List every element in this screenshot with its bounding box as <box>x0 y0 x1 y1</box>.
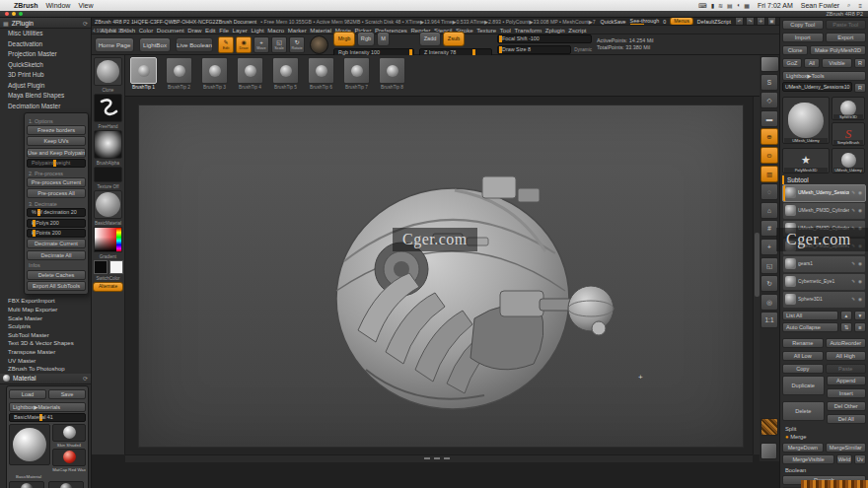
actual-size-icon[interactable]: 1:1 <box>760 312 778 328</box>
zplugin-header[interactable]: ▦ ZPlugin ⟳ <box>0 18 91 29</box>
persp-icon[interactable]: ◇ <box>760 92 778 108</box>
subtool-visibility-eye-icon[interactable]: ◉ <box>858 297 863 302</box>
copy-tool-button[interactable]: Copy Tool <box>782 20 824 30</box>
preprocess-current-button[interactable]: Pre-process Current <box>27 177 86 187</box>
subtool-edit-icons[interactable]: ✎ <box>851 297 856 302</box>
brush-tip[interactable]: BrushTip 8 <box>376 57 408 94</box>
import-button[interactable]: Import <box>782 33 824 42</box>
rgb-button[interactable]: Rgb <box>357 32 375 46</box>
zplugin-menu-item[interactable]: Maya Blend Shapes <box>0 91 91 102</box>
zadd-button[interactable]: Zadd <box>419 32 441 46</box>
palette-menu-item[interactable]: Zplugin <box>545 27 565 34</box>
brush-tip[interactable]: BrushTip 6 <box>305 57 337 94</box>
hue-strip[interactable] <box>116 228 121 251</box>
zplugin-menu-item[interactable]: 3D Print Hub <box>0 70 91 81</box>
umesh-tool-thumbnail[interactable]: UMesh_Udemy <box>832 148 865 174</box>
menubar-user[interactable]: Sean Fowler <box>801 2 839 9</box>
current-brush-thumbnail[interactable] <box>94 57 122 86</box>
zplugin-menu-item[interactable]: FBX ExportImport <box>0 297 91 306</box>
palette-menu-item[interactable]: Material <box>310 27 331 34</box>
palette-menu-item[interactable]: Light <box>251 27 263 34</box>
copy-subtool-button[interactable]: Copy <box>782 364 824 374</box>
lock-icon[interactable]: ▣ <box>767 18 776 26</box>
scale-icon[interactable]: ◱ Scale <box>271 36 287 53</box>
minimize-window-button[interactable] <box>12 12 16 16</box>
subtool-up-button[interactable]: ▴ <box>840 311 852 320</box>
goz-r-button[interactable]: R <box>854 58 866 68</box>
zplugin-menu-item[interactable]: Transpose Master <box>0 348 91 357</box>
subtool-visibility-eye-icon[interactable]: ◉ <box>858 208 863 213</box>
refresh-circle-icon[interactable]: ⟳ <box>83 375 88 382</box>
append-button[interactable]: Append <box>827 376 867 385</box>
polymesh3d-tool-thumbnail[interactable]: ★ PolyMesh3D <box>782 148 830 174</box>
mergevisible-button[interactable]: MergeVisible <box>782 454 834 464</box>
keyboard-icon[interactable]: ⌨ <box>698 2 707 9</box>
subtool-row[interactable]: UMesh_PM3D_Cylinder3D2 ✎ ◉ <box>782 202 866 219</box>
brush-tip[interactable]: BrushTip 1 <box>127 57 160 94</box>
zplugin-menu-item[interactable]: Scale Master <box>0 314 91 323</box>
undo-icon[interactable]: ↶ <box>735 18 744 26</box>
decimate-current-button[interactable]: Decimate Current <box>27 239 86 248</box>
list-icon-button[interactable]: ≡ <box>854 322 866 332</box>
display-icon[interactable]: ▤ <box>727 2 733 9</box>
floor-icon[interactable]: ▬ <box>760 110 778 127</box>
split-section-label[interactable]: Split <box>782 425 866 433</box>
current-texture-thumbnail[interactable] <box>94 167 122 182</box>
palette-menu-item[interactable]: Tool <box>500 27 511 34</box>
kpolys-slider[interactable]: k Polys 200 <box>27 219 86 228</box>
lightbox-materials-button[interactable]: Lightbox▶Materials <box>9 402 86 412</box>
subtool-edit-icons[interactable]: ✎ <box>851 279 856 284</box>
lsym-icon[interactable]: ⊙ <box>760 147 778 164</box>
all-high-button[interactable]: All High <box>826 351 867 361</box>
delete-button[interactable]: Delete <box>782 401 825 421</box>
draw-icon[interactable]: ◉ Draw <box>236 36 252 53</box>
macos-menu-item[interactable]: View <box>78 2 93 9</box>
scale-icon[interactable]: ◱ <box>760 257 778 274</box>
app-menu[interactable]: ZBrush <box>14 2 38 9</box>
zplugin-menu-item[interactable]: ZBrush To Photoshop <box>0 365 91 374</box>
zplugin-menu-item[interactable]: Text 3D & Vector Shapes <box>0 339 91 348</box>
lightbox-button[interactable]: LightBox <box>139 37 171 52</box>
tool-r-button[interactable]: R <box>854 83 866 93</box>
move-icon[interactable]: + Move <box>253 36 269 53</box>
insert-button[interactable]: Insert <box>827 388 867 398</box>
mrgb-button[interactable]: Mrgb <box>333 32 355 46</box>
keep-polypaint-button[interactable]: Use and Keep Polypaint <box>27 148 86 158</box>
palette-menu-item[interactable]: Macro <box>267 27 284 34</box>
rotate-icon[interactable]: ↻ Rotate <box>289 36 305 53</box>
sphere3d-tool-thumbnail[interactable]: Sphere3D <box>832 97 865 120</box>
lightbox-tools-button[interactable]: Lightbox▶Tools <box>782 71 866 81</box>
export-all-subtools-button[interactable]: Export All SubTools <box>27 281 86 291</box>
main-color-swatch[interactable] <box>94 260 108 274</box>
secondary-color-swatch[interactable] <box>109 260 123 274</box>
zplugin-menu-item[interactable]: UV Master <box>0 357 91 366</box>
palette-menu-item[interactable]: Transform <box>515 27 542 34</box>
current-material-thumbnail[interactable] <box>94 190 122 219</box>
menubar-clock[interactable]: Fri 7:02 AM <box>758 2 793 9</box>
subtool-row[interactable]: Sphere3D1 ✎ ◉ <box>782 291 866 308</box>
brush-tip[interactable]: BrushTip 5 <box>269 57 302 94</box>
subtool-visibility-eye-icon[interactable]: ◉ <box>858 279 863 284</box>
see-through-slider[interactable]: See-through <box>630 18 660 26</box>
del-all-button[interactable]: Del All <box>827 414 867 424</box>
m-button[interactable]: M <box>377 32 390 46</box>
material-header[interactable]: Material ⟳ <box>0 374 91 384</box>
solo-icon[interactable]: ⌂ <box>760 202 778 219</box>
home-page-button[interactable]: Home Page <box>95 37 134 52</box>
subtool-edit-icons[interactable]: ✎ <box>851 208 856 213</box>
color-picker[interactable] <box>94 227 122 252</box>
subtool-edit-icons[interactable]: ✎ <box>851 190 856 195</box>
language-flag-icon[interactable]: ▦ <box>744 2 750 9</box>
collapse-icon-button[interactable]: ⇅ <box>840 322 852 332</box>
subtool-down-button[interactable]: ▾ <box>854 311 866 320</box>
zoom-icon[interactable]: ◎ <box>760 294 778 311</box>
draw-size-slider[interactable]: Draw Size 8 <box>497 45 571 54</box>
edit-icon[interactable]: ✎ Edit <box>218 36 234 53</box>
subtool-edit-icons[interactable]: ✎ <box>851 261 856 266</box>
zsub-button[interactable]: Zsub <box>443 32 465 46</box>
chrome-a-thumbnail[interactable] <box>48 481 84 488</box>
subtool-section-header[interactable]: Subtool <box>782 175 866 184</box>
zoom-window-button[interactable] <box>19 12 23 16</box>
brush-tip[interactable]: BrushTip 4 <box>234 57 266 94</box>
rotate-icon[interactable]: ↻ <box>760 275 778 292</box>
